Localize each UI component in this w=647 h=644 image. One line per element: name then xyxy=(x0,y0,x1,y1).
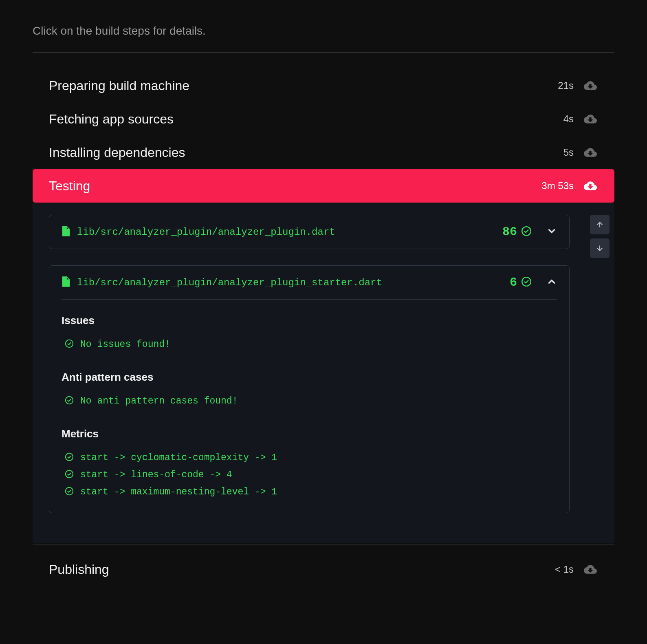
result-text: No anti pattern cases found! xyxy=(80,396,238,406)
testing-body: lib/src/analyzer_plugin/analyzer_plugin.… xyxy=(33,203,614,543)
section-heading: Issues xyxy=(62,314,557,327)
result-line: start -> cyclomatic-complexity -> 1 xyxy=(62,449,557,466)
result-line: start -> maximum-nesting-level -> 1 xyxy=(62,483,557,501)
file-panel-analyzer-plugin: lib/src/analyzer_plugin/analyzer_plugin.… xyxy=(49,215,570,249)
check-circle-icon xyxy=(65,396,74,406)
step-title: Preparing build machine xyxy=(49,78,558,93)
file-count: 86 xyxy=(502,225,517,239)
check-circle-icon xyxy=(521,226,532,238)
cloud-download-icon xyxy=(584,179,597,192)
download-log-button[interactable] xyxy=(583,178,598,194)
cloud-download-icon xyxy=(584,79,597,92)
check-circle-icon xyxy=(65,452,74,463)
step-testing[interactable]: Testing 3m 53s xyxy=(33,169,614,203)
file-body-divider xyxy=(62,299,557,300)
step-preparing-build[interactable]: Preparing build machine 21s xyxy=(33,69,614,102)
result-text: start -> maximum-nesting-level -> 1 xyxy=(80,487,277,497)
cloud-download-icon xyxy=(584,563,597,576)
step-title: Testing xyxy=(49,179,541,194)
arrow-down-icon xyxy=(596,244,604,252)
file-body: Issues No issues found! Anti pattern cas… xyxy=(49,299,569,513)
cloud-download-icon xyxy=(584,146,597,159)
step-time: 21s xyxy=(558,80,574,91)
result-line: start -> lines-of-code -> 4 xyxy=(62,466,557,483)
step-publishing[interactable]: Publishing < 1s xyxy=(33,553,614,586)
step-installing-deps[interactable]: Installing dependencies 5s xyxy=(33,136,614,169)
result-line: No anti pattern cases found! xyxy=(62,393,557,410)
result-text: start -> lines-of-code -> 4 xyxy=(80,470,232,480)
step-fetching-sources[interactable]: Fetching app sources 4s xyxy=(33,102,614,136)
file-header[interactable]: lib/src/analyzer_plugin/analyzer_plugin_… xyxy=(49,266,569,299)
result-line: No issues found! xyxy=(62,336,557,353)
chevron-up-icon xyxy=(546,276,557,289)
chevron-down-icon xyxy=(546,226,557,238)
instruction-text: Click on the build steps for details. xyxy=(33,24,614,37)
metrics-section: Metrics start -> cyclomatic-complexity -… xyxy=(62,428,557,501)
cloud-download-icon xyxy=(584,112,597,126)
check-circle-icon xyxy=(65,470,74,480)
file-path: lib/src/analyzer_plugin/analyzer_plugin_… xyxy=(77,277,510,288)
step-time: 3m 53s xyxy=(541,180,574,192)
download-log-button[interactable] xyxy=(583,111,598,127)
scroll-up-button[interactable] xyxy=(590,215,610,234)
file-path: lib/src/analyzer_plugin/analyzer_plugin.… xyxy=(77,227,502,238)
check-circle-icon xyxy=(65,339,74,350)
section-heading: Anti pattern cases xyxy=(62,371,557,384)
check-circle-icon xyxy=(521,276,532,289)
file-count: 6 xyxy=(510,276,517,289)
result-text: start -> cyclomatic-complexity -> 1 xyxy=(80,452,277,463)
download-log-button[interactable] xyxy=(583,145,598,160)
step-time: 4s xyxy=(563,113,574,125)
step-title: Installing dependencies xyxy=(49,145,563,160)
log-nav-arrows xyxy=(590,215,610,258)
file-panel-analyzer-plugin-starter: lib/src/analyzer_plugin/analyzer_plugin_… xyxy=(49,265,570,513)
scroll-down-button[interactable] xyxy=(590,238,610,258)
step-time: < 1s xyxy=(555,564,574,575)
download-log-button[interactable] xyxy=(583,78,598,93)
download-log-button[interactable] xyxy=(583,562,598,577)
arrow-up-icon xyxy=(596,221,604,229)
step-time: 5s xyxy=(563,147,574,158)
section-heading: Metrics xyxy=(62,428,557,440)
file-icon xyxy=(62,276,70,289)
issues-section: Issues No issues found! xyxy=(62,314,557,353)
testing-bottom-rule xyxy=(33,544,614,545)
anti-pattern-section: Anti pattern cases No anti pattern cases… xyxy=(62,371,557,410)
step-title: Publishing xyxy=(49,562,555,577)
check-circle-icon xyxy=(65,487,74,497)
divider xyxy=(33,52,614,53)
file-header[interactable]: lib/src/analyzer_plugin/analyzer_plugin.… xyxy=(49,215,569,249)
step-title: Fetching app sources xyxy=(49,112,563,127)
result-text: No issues found! xyxy=(80,339,170,350)
file-icon xyxy=(62,226,70,238)
